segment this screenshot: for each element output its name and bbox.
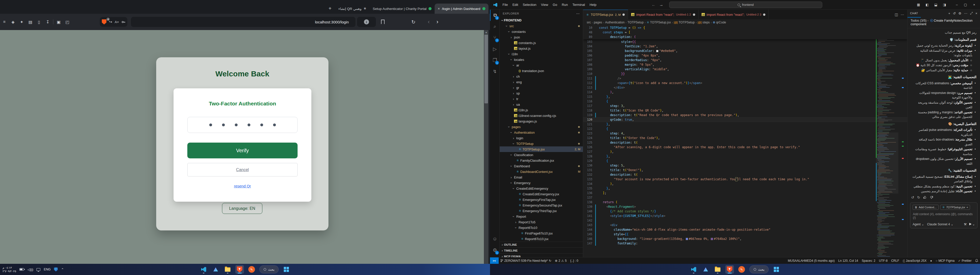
code-line[interactable]: 109verticalAlign: "middle",	[583, 67, 907, 71]
workspace-root[interactable]: ›FRONTEND	[500, 17, 583, 23]
tree-item[interactable]: ›ar	[500, 62, 583, 68]
activity-thunder-client-icon[interactable]: ↯	[490, 66, 500, 77]
add-context-chip[interactable]: 🗎 Add Context...	[913, 205, 939, 210]
layout-customize-icon[interactable]: ▦	[915, 2, 922, 8]
chat-close-icon[interactable]: ×	[975, 11, 977, 15]
taskbar-vscode-icon[interactable]	[689, 265, 698, 274]
tree-item[interactable]: ›pages	[500, 124, 583, 130]
nav-forward-icon[interactable]: →	[657, 3, 665, 7]
start-button[interactable]	[772, 265, 781, 274]
code-line[interactable]: 135},	[583, 186, 907, 191]
code-line[interactable]: 127),	[583, 150, 907, 154]
menu-run[interactable]: Run	[559, 2, 570, 8]
sidebar-section-outline[interactable]: ›OUTLINE	[500, 242, 583, 248]
breadcrumb-item[interactable]: TOTPSetup	[628, 21, 644, 24]
code-line[interactable]: 111/>	[583, 76, 907, 81]
input-language[interactable]: ENG	[44, 268, 51, 271]
command-center[interactable]: frontend	[669, 2, 822, 8]
breadcrumb-item[interactable]: pages	[594, 21, 602, 24]
sidebar-section-timeline[interactable]: ›TIMELINE	[500, 248, 583, 253]
tree-item[interactable]: ›Report1To5	[500, 219, 583, 225]
code-line[interactable]: 128},	[583, 154, 907, 159]
panel-left-icon[interactable]: ◧	[923, 2, 931, 8]
code-line[interactable]: 112<span>{t("icon to add a new account."…	[583, 81, 907, 85]
activity-search-icon[interactable]: ⌕	[490, 21, 500, 32]
taskbar-brave-icon[interactable]	[725, 265, 734, 274]
code-line[interactable]: 131title: t("Done!"),	[583, 168, 907, 172]
share-icon[interactable]: ↪	[109, 20, 112, 24]
tree-item[interactable]: ›Email	[500, 174, 583, 180]
modified-dot-icon[interactable]	[622, 14, 625, 16]
code-line[interactable]: 105backgroundColor: "#e0e0e0",	[583, 49, 907, 53]
password-key-icon[interactable]	[121, 20, 125, 24]
network-icon[interactable]	[37, 268, 40, 271]
code-line[interactable]: 120qrCode: true,	[583, 117, 907, 122]
tree-item[interactable]: ⚛TOTPSetup.jsx2, M	[500, 146, 583, 152]
new-tab-button[interactable]: +	[326, 5, 334, 12]
scroll-up-icon[interactable]: ▲	[484, 30, 488, 34]
menu-icon[interactable]: ≡	[0, 18, 9, 26]
menu-file[interactable]: File	[500, 2, 510, 8]
code-line[interactable]: 142	[583, 218, 907, 223]
code-line[interactable]: 115},	[583, 95, 907, 99]
remote-indicator[interactable]: ><	[490, 258, 499, 264]
agent-mode-select[interactable]: Agent ⌄	[913, 223, 924, 226]
editor-tab[interactable]: JSimport React from "react";Untitled-1 2	[628, 9, 698, 19]
language-button[interactable]: Language: EN	[222, 203, 262, 214]
code-line[interactable]: 132description: t(	[583, 172, 907, 177]
tree-item[interactable]: ›json	[500, 34, 583, 40]
code-line[interactable]: 104fontSize: "1.2em",	[583, 44, 907, 49]
code-line[interactable]: 114),	[583, 90, 907, 95]
code-line[interactable]: 108margin: "0 5px",	[583, 62, 907, 67]
bookmark-icon[interactable]	[379, 18, 387, 26]
panel-right-icon[interactable]: ◨	[941, 2, 948, 8]
chat-input-box[interactable]: 🗎 Add Context... ⚛TOTPSetup.jsx + Add co…	[910, 202, 977, 228]
translate-icon[interactable]: A×	[115, 20, 119, 24]
code-line[interactable]: 146background: "linear-gradient(135deg, …	[583, 237, 907, 241]
tree-item[interactable]: ›Dashboard	[500, 163, 583, 169]
breadcrumb-item[interactable]: src	[587, 21, 591, 24]
clock[interactable]: ٠٤:١٢ م ٢٦/٠٩/٢٠٢٥	[3, 266, 16, 273]
tree-item[interactable]: ›constants	[500, 29, 583, 34]
taskbar-pen-app-icon[interactable]: ✎	[737, 265, 746, 274]
tray-chevron-icon[interactable]: ⌃	[61, 268, 64, 272]
encoding-item[interactable]: UTF-8	[877, 258, 889, 264]
tree-item[interactable]: ›eng	[500, 79, 583, 85]
back-icon[interactable]: ‹	[425, 18, 433, 26]
tree-item[interactable]: ⚛EmergencyThirdTap.jsx	[500, 208, 583, 213]
panel-bottom-icon[interactable]: ⬓	[932, 2, 940, 8]
browser-tab[interactable]: Setup Authenticator | Charity Portal	[370, 3, 435, 14]
tree-item[interactable]: {}translation.json	[500, 68, 583, 74]
site-info-button[interactable]: i	[357, 17, 376, 27]
tree-item[interactable]: ›tr	[500, 96, 583, 101]
code-line[interactable]: 106padding: "4px 8px",	[583, 53, 907, 58]
vpn-shield-icon[interactable]: ◈	[9, 18, 18, 26]
breadcrumb-item[interactable]: ⚙qrCode	[713, 21, 726, 24]
breadcrumb-item[interactable]: [@]TOTPSetup	[674, 21, 695, 24]
code-line[interactable]: 10const TOTPSetup = () => {	[583, 25, 907, 30]
code-line[interactable]: 137	[583, 195, 907, 200]
chat-expand-icon[interactable]: ⤢	[970, 11, 973, 15]
thumbs-up-icon[interactable]	[923, 196, 927, 199]
tab-close-icon[interactable]: ×	[438, 6, 440, 11]
current-file-chip[interactable]: ⚛TOTPSetup.jsx +	[940, 205, 970, 210]
chat-settings-icon[interactable]: ⚙	[958, 11, 961, 15]
tree-item[interactable]: ›src	[500, 23, 583, 29]
verify-button[interactable]: Verify	[187, 142, 298, 158]
git-blame-item[interactable]: MUSAALAHMED4 (5 months ago)	[786, 258, 836, 264]
restore-icon[interactable]: ▢	[962, 2, 969, 8]
code-line[interactable]: 129{	[583, 159, 907, 163]
code-line[interactable]: 133"Your account is now protected with t…	[583, 177, 907, 182]
tree-item[interactable]: JSi18next-scanner.config.cjs	[500, 113, 583, 119]
browser-tab[interactable]: ×/login | Admin Dashboard	[434, 3, 488, 14]
code-line[interactable]: 143<div	[583, 223, 907, 228]
taskbar-search[interactable]: بحث	[749, 266, 769, 273]
tools-icon[interactable]: ⚒	[964, 223, 967, 226]
code-line[interactable]: 145style={{	[583, 232, 907, 237]
tree-item[interactable]: JSconstants.js	[500, 40, 583, 46]
tree-item[interactable]: ⚛Report6To10.jsx	[500, 236, 583, 242]
defender-shield-icon[interactable]	[54, 267, 58, 272]
code-line[interactable]: 118title: t("Scan the QR Code"),	[583, 108, 907, 113]
code-line[interactable]: 110}}	[583, 71, 907, 76]
code-line[interactable]: 117step: 3,	[583, 104, 907, 108]
